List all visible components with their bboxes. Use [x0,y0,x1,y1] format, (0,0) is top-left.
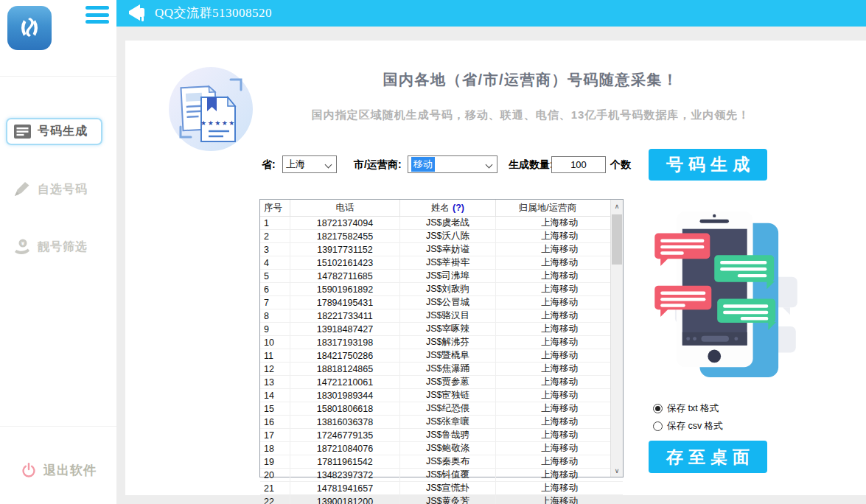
table-cell: JS$黄灸芳 [400,495,496,504]
table-cell: 上海移动 [496,429,623,441]
column-header-region[interactable]: 归属地/运营商 [496,200,599,216]
radio-save-csv[interactable]: 保存 csv 格式 [653,420,723,433]
table-row[interactable]: 717894195431JS$公冒城上海移动 [260,296,623,309]
table-cell: JS$刘敌驹 [400,283,496,295]
table-cell: 20 [260,469,290,481]
table-cell: JS$宦独链 [400,389,496,402]
table-cell: 17894195431 [290,296,400,309]
column-header-phone[interactable]: 电话 [290,200,400,216]
megaphone-icon [127,4,149,23]
table-row[interactable]: 1118421750286JS$暨橇阜上海移动 [260,349,623,363]
table-row[interactable]: 1515801806618JS$纪恐偎上海移动 [260,402,623,416]
table-cell: 18301989344 [290,389,400,402]
table-cell: 上海移动 [496,296,623,309]
result-table: 序号 电话 姓名 (?) 归属地/运营商 118721374094JS$虞老战上… [259,199,624,477]
documents-illustration: ★★★★★ [166,65,256,153]
exit-button[interactable]: 退出软件 [21,457,97,483]
controls-row: 省: 上海 市/运营商: 移动 生成数量: 个数 [262,155,645,175]
table-cell: 14782711685 [290,270,400,282]
table-cell: 18721084076 [290,442,400,455]
table-cell: JS$鲍敬涤 [400,442,496,455]
hamburger-menu-icon[interactable] [85,6,109,27]
table-row[interactable]: 218217582455JS$沃八陈上海移动 [260,230,623,243]
table-row[interactable]: 514782711685JS$司沸埠上海移动 [260,270,623,283]
table-cell: 上海移动 [496,402,623,415]
table-cell: 14721210061 [290,376,400,388]
table-cell: 18421750286 [290,349,400,362]
chevron-down-icon [325,161,332,169]
table-row[interactable]: 1818721084076JS$鲍敬涤上海移动 [260,442,623,455]
radio-button[interactable] [653,404,663,413]
table-cell: 13482397372 [290,469,400,481]
list-icon [14,125,31,139]
table-row[interactable]: 1218818124865JS$焦瀑踊上海移动 [260,363,623,376]
table-cell: 13900181200 [290,495,400,504]
table-cell: 上海移动 [496,283,623,295]
table-cell: 22 [260,495,290,504]
table-row[interactable]: 1018317193198JS$解沸芬上海移动 [260,336,623,349]
table-row[interactable]: 118721374094JS$虞老战上海移动 [260,217,623,230]
topbar-announcement: QQ交流群513008520 [155,0,272,27]
table-row[interactable]: 1613816036378JS$张章嚷上海移动 [260,416,623,429]
table-header: 序号 电话 姓名 (?) 归属地/运营商 [260,200,623,217]
table-cell: 1 [260,217,290,229]
scroll-down-button[interactable]: ∨ [611,464,623,477]
table-cell: 14781941657 [290,482,400,494]
radio-save-txt[interactable]: 保存 txt 格式 [653,402,719,415]
table-cell: 上海移动 [496,336,623,349]
table-cell: 上海移动 [496,469,623,481]
count-input[interactable] [551,156,606,173]
hand-coin-icon: ¥ [13,238,31,256]
table-row[interactable]: 615901961892JS$刘敌驹上海移动 [260,283,623,296]
scroll-thumb[interactable] [612,214,622,265]
province-value: 上海 [286,158,305,171]
table-row[interactable]: 1717246779135JS$鲁哉骋上海移动 [260,429,623,442]
app-logo-glyph [15,13,44,43]
table-row[interactable]: 1314721210061JS$贾参蒽上海移动 [260,376,623,389]
table-cell: 上海移动 [496,230,623,242]
radio-button[interactable] [653,421,663,431]
sidebar-item-number-generate[interactable]: 号码生成 [6,118,102,145]
table-cell: JS$公冒城 [400,296,496,309]
table-row[interactable]: 1418301989344JS$宦独链上海移动 [260,389,623,402]
table-row[interactable]: 2213900181200JS$黄灸芳上海移动 [260,495,623,504]
table-cell: JS$虞老战 [400,217,496,229]
scroll-up-button[interactable]: ∧ [611,200,623,212]
sidebar-item-label: 自选号码 [38,182,88,197]
table-row[interactable]: 415102161423JS$莘褂牢上海移动 [260,256,623,270]
table-row[interactable]: 818221733411JS$骆汉目上海移动 [260,309,623,323]
table-cell: 上海移动 [496,363,623,375]
sidebar-item-nice-number-filter[interactable]: ¥ 靓号筛选 [13,234,88,260]
count-label: 生成数量: [509,158,554,172]
table-row[interactable]: 2114781941657JS$宣慌卦上海移动 [260,482,623,495]
table-cell: 18721374094 [290,217,400,229]
table-cell: JS$宣慌卦 [400,482,496,494]
table-cell: 13816036378 [290,416,400,428]
table-cell: 上海移动 [496,389,623,402]
table-row[interactable]: 913918487427JS$宰啄辣上海移动 [260,323,623,336]
svg-text:★★★★★: ★★★★★ [200,119,236,127]
phone-illustration [652,210,803,381]
name-hint[interactable]: (?) [453,203,464,213]
table-scrollbar[interactable]: ∧ ∨ [610,200,623,477]
table-row[interactable]: 313917731152JS$幸妨谥上海移动 [260,243,623,256]
table-row[interactable]: 2013482397372JS$钭值覆上海移动 [260,469,623,482]
table-cell: 18 [260,442,290,455]
save-to-desktop-button[interactable]: 存至桌面 [649,441,767,473]
table-cell: 上海移动 [496,323,623,335]
page-subtitle: 国内指定区域随机生成号码，移动、联通、电信、13亿手机号码数据库，业内领先！ [284,108,778,122]
table-cell: 上海移动 [496,442,623,455]
table-row[interactable]: 1917811961542JS$秦奥布上海移动 [260,455,623,469]
table-cell: 上海移动 [496,376,623,388]
table-cell: JS$司沸埠 [400,270,496,282]
province-select[interactable]: 上海 [282,155,337,173]
table-cell: 18221733411 [290,309,400,322]
column-header-index[interactable]: 序号 [260,200,290,216]
generate-button[interactable]: 号码生成 [649,149,767,181]
chevron-down-icon [486,161,493,169]
radio-label: 保存 csv 格式 [667,420,723,433]
power-icon [21,462,37,478]
sidebar-item-custom-number[interactable]: 自选号码 [13,176,88,203]
column-header-name[interactable]: 姓名 (?) [400,200,496,216]
city-carrier-select[interactable]: 移动 [408,155,497,173]
